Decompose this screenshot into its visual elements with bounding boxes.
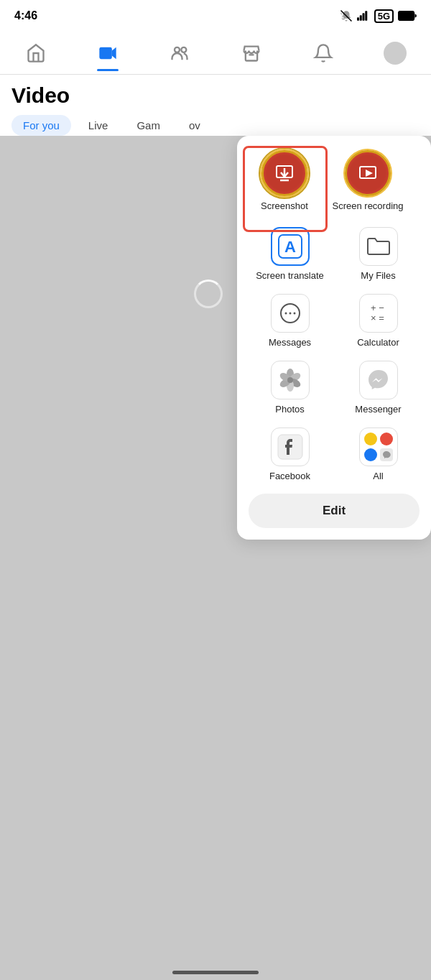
- messages-icon: [271, 294, 310, 333]
- dot-msg: [380, 448, 393, 461]
- pinwheel-icon: [277, 366, 304, 394]
- chat-icon: [277, 300, 303, 326]
- nav-item-notifications[interactable]: [302, 35, 345, 71]
- status-bar: 4:46 5G: [0, 0, 431, 32]
- status-icons: 5G: [340, 9, 417, 23]
- screen-recording-icon-circle: [345, 150, 391, 196]
- battery-icon: [398, 11, 417, 21]
- calc-icon: + − × =: [366, 301, 391, 325]
- my-files-item[interactable]: My Files: [337, 227, 420, 282]
- facebook-label: Facebook: [269, 471, 310, 483]
- nav-item-marketplace[interactable]: [230, 35, 273, 71]
- screen-recording-label: Screen recording: [333, 200, 404, 213]
- photos-label: Photos: [275, 404, 304, 416]
- screenshot-item[interactable]: Screenshot: [249, 150, 320, 213]
- svg-rect-3: [362, 13, 364, 21]
- screen-translate-label: Screen translate: [256, 270, 324, 282]
- main-content: Screenshot Screen recording: [0, 136, 431, 980]
- nav-bar: [0, 32, 431, 75]
- marketplace-icon: [241, 43, 261, 63]
- svg-point-21: [284, 312, 287, 314]
- messages-label: Messages: [269, 337, 311, 349]
- svg-point-10: [181, 47, 186, 52]
- svg-point-23: [293, 312, 295, 314]
- nav-item-profile[interactable]: [374, 35, 417, 71]
- signal-icon: [357, 11, 370, 21]
- calculator-item[interactable]: + − × = Calculator: [337, 294, 420, 349]
- status-time: 4:46: [14, 9, 37, 22]
- svg-text:+ −: + −: [371, 302, 384, 313]
- page-title: Video: [11, 83, 420, 108]
- screenshot-wrapper: Screenshot: [249, 150, 320, 213]
- tab-other[interactable]: ov: [177, 115, 212, 136]
- svg-rect-1: [357, 17, 359, 21]
- folder-icon: [366, 236, 391, 257]
- all-apps-item[interactable]: All: [337, 427, 420, 483]
- tab-for-you[interactable]: For you: [11, 115, 71, 136]
- tab-bar: For you Live Gam ov: [11, 115, 420, 136]
- nav-item-home[interactable]: [14, 35, 57, 71]
- facebook-symbol: [277, 433, 304, 461]
- screen-translate-item[interactable]: A Screen translate: [249, 227, 331, 282]
- svg-rect-7: [99, 47, 112, 58]
- svg-point-22: [289, 312, 291, 314]
- svg-point-9: [175, 47, 180, 52]
- all-apps-label: All: [373, 471, 383, 483]
- network-badge: 5G: [374, 9, 394, 23]
- svg-marker-8: [112, 47, 116, 58]
- loading-spinner: [194, 279, 223, 308]
- nav-item-video[interactable]: [86, 35, 129, 71]
- facebook-item[interactable]: Facebook: [249, 427, 331, 483]
- tab-gaming[interactable]: Gam: [125, 115, 172, 136]
- svg-rect-12: [277, 166, 292, 177]
- facebook-icon: [271, 427, 310, 466]
- messenger-symbol: [365, 366, 392, 394]
- svg-text:A: A: [284, 238, 296, 256]
- my-files-label: My Files: [361, 270, 395, 282]
- edit-button[interactable]: Edit: [249, 494, 420, 528]
- screenshot-label: Screenshot: [261, 200, 308, 213]
- all-apps-icon: [359, 427, 398, 466]
- messenger-label: Messenger: [355, 404, 401, 416]
- dot-yellow: [364, 433, 377, 445]
- screen-translate-icon: A: [271, 227, 310, 266]
- screenshot-icon-circle: [261, 150, 307, 196]
- svg-rect-2: [359, 15, 361, 21]
- svg-rect-4: [365, 11, 367, 21]
- messenger-item[interactable]: Messenger: [337, 361, 420, 416]
- screen-recording-symbol: [357, 162, 379, 184]
- tab-live[interactable]: Live: [77, 115, 120, 136]
- svg-point-32: [287, 377, 293, 383]
- svg-rect-6: [399, 12, 412, 19]
- home-indicator: [172, 971, 259, 974]
- photos-item[interactable]: Photos: [249, 361, 331, 416]
- translate-letter-icon: A: [277, 234, 303, 259]
- dot-red: [380, 433, 393, 445]
- people-icon: [170, 43, 190, 63]
- bell-icon: [313, 43, 333, 63]
- page-header: Video For you Live Gam ov: [0, 75, 431, 136]
- calculator-icon: + − × =: [359, 294, 398, 333]
- svg-marker-16: [366, 170, 373, 177]
- video-icon: [98, 43, 118, 63]
- svg-text:× =: × =: [371, 313, 384, 323]
- screen-recording-item[interactable]: Screen recording: [332, 150, 404, 213]
- popup-panel: Screenshot Screen recording: [237, 136, 431, 540]
- calculator-label: Calculator: [357, 337, 399, 349]
- screenshot-symbol: [274, 162, 295, 184]
- photos-icon: [271, 361, 310, 399]
- mute-icon: [340, 9, 353, 22]
- messages-item[interactable]: Messages: [249, 294, 331, 349]
- nav-item-people[interactable]: [158, 35, 201, 71]
- popup-top-row: Screenshot Screen recording: [249, 150, 420, 213]
- popup-grid: A Screen translate My Files: [249, 227, 420, 483]
- dot-blue: [364, 448, 377, 461]
- messenger-icon: [359, 361, 398, 399]
- my-files-icon: [359, 227, 398, 266]
- home-icon: [26, 43, 46, 63]
- avatar: [384, 42, 407, 65]
